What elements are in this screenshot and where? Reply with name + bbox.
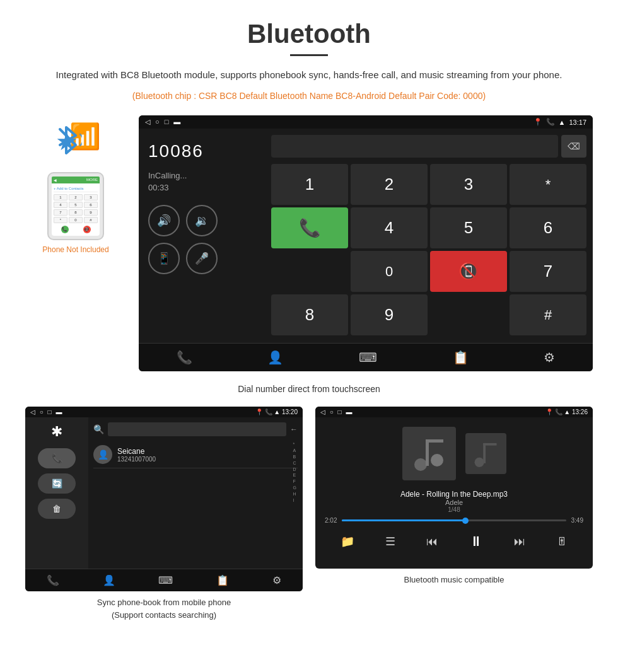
music-caption: Bluetooth music compatible bbox=[315, 574, 593, 586]
volume-down-button[interactable]: 🔉 bbox=[186, 205, 218, 236]
music-time-total: 3:49 bbox=[571, 517, 583, 524]
nav-recent-icon[interactable]: 📋 bbox=[453, 350, 469, 365]
pb-nav-recent[interactable]: 📋 bbox=[216, 574, 229, 586]
dial-key-5[interactable]: 5 bbox=[430, 207, 507, 248]
pb-delete-btn[interactable]: 🗑 bbox=[38, 499, 76, 519]
phone-not-included-label: Phone Not Included bbox=[42, 245, 108, 254]
album-art-secondary bbox=[465, 433, 506, 474]
backspace-button[interactable]: ⌫ bbox=[561, 135, 586, 158]
music-progress-bar[interactable] bbox=[342, 519, 566, 521]
dial-key-8[interactable]: 8 bbox=[271, 294, 348, 335]
page-title: Bluetooth bbox=[25, 19, 593, 49]
nav-settings-icon[interactable]: ⚙ bbox=[544, 350, 555, 365]
phone-key-hash: # bbox=[84, 217, 98, 223]
phone-key-9: 9 bbox=[84, 209, 98, 216]
pb-back-icon: ◁ bbox=[30, 408, 35, 415]
dial-end-button[interactable]: 📵 bbox=[430, 251, 507, 292]
pb-sync-btn[interactable]: 🔄 bbox=[38, 473, 76, 494]
contact-phone: 13241007000 bbox=[117, 456, 156, 463]
dial-key-0[interactable]: 0 bbox=[351, 251, 428, 292]
status-right-icons: 📍 📞 ▲ 13:17 bbox=[533, 118, 586, 126]
dial-input-box[interactable] bbox=[271, 135, 558, 158]
dial-bottom-nav: 📞 👤 ⌨ 📋 ⚙ bbox=[139, 343, 593, 371]
music-play-icon[interactable]: ⏸ bbox=[469, 533, 483, 550]
status-left-icons: ◁ ○ □ ▬ bbox=[145, 118, 180, 126]
music-status-right: 📍 📞 ▲ 13:26 bbox=[545, 408, 588, 415]
phonebook-caption: Sync phone-book from mobile phone (Suppo… bbox=[25, 596, 303, 621]
call-status-text: InCalling... bbox=[148, 171, 187, 180]
phonebook-right-panel: 🔍 ← 👤 Seicane 13241007000 bbox=[88, 417, 303, 569]
music-progress-dot bbox=[462, 518, 469, 524]
music-status-bar: ◁ ○ □ ▬ 📍 📞 ▲ 13:26 bbox=[315, 407, 593, 417]
pb-home-icon: ○ bbox=[40, 408, 44, 415]
music-artist: Adele bbox=[400, 499, 508, 506]
music-list-icon[interactable]: ☰ bbox=[385, 535, 395, 548]
bluetooth-svg-icon bbox=[54, 123, 82, 158]
music-progress-row: 2:02 3:49 bbox=[325, 517, 583, 524]
music-content: Adele - Rolling In the Deep.mp3 Adele 1/… bbox=[315, 417, 593, 569]
bottom-screenshots: ◁ ○ □ ▬ 📍 📞 ▲ 13:20 ✱ 📞 🔄 🗑 bbox=[25, 407, 593, 621]
phone-key-0: 0 bbox=[69, 217, 83, 223]
dial-key-star[interactable]: * bbox=[510, 164, 586, 205]
pb-nav-keypad[interactable]: ⌨ bbox=[158, 574, 173, 586]
search-icon: 🔍 bbox=[93, 424, 104, 434]
contact-item: 👤 Seicane 13241007000 bbox=[93, 441, 298, 468]
music-home-icon: ○ bbox=[330, 408, 334, 415]
volume-up-button[interactable]: 🔊 bbox=[148, 205, 180, 236]
transfer-button[interactable]: 📱 bbox=[148, 243, 180, 274]
svg-point-1 bbox=[431, 454, 443, 466]
dial-key-7[interactable]: 7 bbox=[510, 251, 586, 292]
music-next-icon[interactable]: ⏭ bbox=[514, 535, 525, 548]
phone-key-6: 6 bbox=[84, 202, 98, 208]
phonebook-caption-line1: Sync phone-book from mobile phone bbox=[97, 598, 231, 607]
music-android-screen: ◁ ○ □ ▬ 📍 📞 ▲ 13:26 bbox=[315, 407, 593, 569]
control-row-1: 🔊 🔉 bbox=[148, 205, 218, 236]
dial-call-button[interactable]: 📞 bbox=[271, 207, 348, 248]
nav-contacts-icon[interactable]: 👤 bbox=[267, 350, 283, 365]
svg-rect-5 bbox=[483, 443, 486, 463]
search-field[interactable] bbox=[108, 422, 286, 436]
dial-caption: Dial number direct from touchscreen bbox=[25, 384, 593, 394]
call-status-icon: 📞 bbox=[546, 118, 555, 126]
music-time: 13:26 bbox=[572, 408, 588, 415]
pb-nav-calls[interactable]: 📞 bbox=[47, 574, 59, 586]
pb-nav-settings[interactable]: ⚙ bbox=[272, 574, 281, 586]
nav-calls-icon[interactable]: 📞 bbox=[177, 350, 192, 365]
back-arrow-icon: ← bbox=[290, 425, 298, 434]
pb-phone-btn[interactable]: 📞 bbox=[38, 448, 76, 468]
dial-status-bar: ◁ ○ □ ▬ 📍 📞 ▲ 13:17 bbox=[139, 115, 593, 129]
dial-key-9[interactable]: 9 bbox=[351, 294, 428, 335]
mic-button[interactable]: 🎤 bbox=[186, 243, 218, 274]
dial-key-4[interactable]: 4 bbox=[351, 207, 428, 248]
dial-key-hash[interactable]: # bbox=[510, 294, 586, 335]
music-prev-icon[interactable]: ⏮ bbox=[426, 535, 438, 548]
dial-key-1[interactable]: 1 bbox=[271, 164, 348, 205]
location-icon: 📍 bbox=[533, 118, 542, 126]
music-note-svg bbox=[413, 436, 445, 471]
pb-notif-icon: ▬ bbox=[55, 408, 62, 415]
page-description: Integrated with BC8 Bluetooth module, su… bbox=[25, 67, 593, 83]
dial-key-2[interactable]: 2 bbox=[351, 164, 428, 205]
title-divider bbox=[290, 54, 328, 56]
svg-point-0 bbox=[414, 458, 427, 471]
pb-nav-contacts[interactable]: 👤 bbox=[103, 574, 115, 586]
call-timer-display: 00:33 bbox=[148, 183, 169, 192]
dial-key-3[interactable]: 3 bbox=[430, 164, 507, 205]
phone-keypad: 1 2 3 4 5 6 7 8 9 * 0 # bbox=[54, 194, 98, 223]
dial-section: 📶 ★ ◀MORE + Add to Contacts 1 2 3 bbox=[25, 115, 593, 371]
phonebook-status-bar: ◁ ○ □ ▬ 📍 📞 ▲ 13:20 bbox=[25, 407, 303, 417]
dial-key-6[interactable]: 6 bbox=[510, 207, 586, 248]
contact-avatar: 👤 bbox=[93, 445, 112, 464]
music-back-icon: ◁ bbox=[320, 408, 325, 415]
svg-rect-6 bbox=[483, 443, 496, 446]
music-folder-icon[interactable]: 📁 bbox=[341, 535, 354, 548]
music-equalizer-icon[interactable]: 🎚 bbox=[556, 535, 568, 548]
album-art-row bbox=[402, 427, 506, 480]
call-number-display: 10086 bbox=[148, 141, 204, 161]
recent-icon: □ bbox=[165, 118, 169, 126]
album-art-main bbox=[402, 427, 456, 480]
music-info: Adele - Rolling In the Deep.mp3 Adele 1/… bbox=[400, 490, 508, 513]
nav-keypad-icon[interactable]: ⌨ bbox=[359, 350, 377, 365]
phonebook-block: ◁ ○ □ ▬ 📍 📞 ▲ 13:20 ✱ 📞 🔄 🗑 bbox=[25, 407, 303, 621]
phone-bottom-buttons: 📞 📵 bbox=[54, 226, 98, 233]
